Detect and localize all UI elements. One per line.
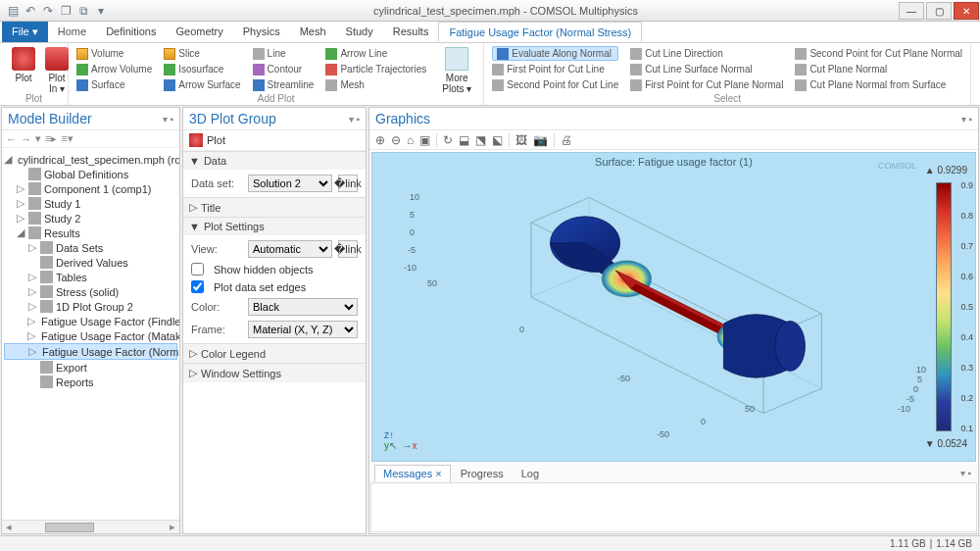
tree-node[interactable]: Derived Values	[4, 255, 177, 270]
tree-node[interactable]: ▷Component 1 (comp1)	[4, 181, 177, 196]
show-hidden-checkbox[interactable]	[191, 263, 204, 276]
model-tree[interactable]: ◢cylindrical_test_specimen.mph (root) Gl…	[2, 148, 179, 520]
tab-geometry[interactable]: Geometry	[166, 22, 232, 42]
print-icon[interactable]: 🖨	[561, 133, 572, 147]
tree-node[interactable]: ▷Tables	[4, 270, 177, 284]
cut-line-direction[interactable]: Cut Line Direction	[630, 46, 783, 61]
goto-view-icon[interactable]: �link	[338, 240, 358, 258]
zoom-extents-icon[interactable]: ⌂	[407, 133, 414, 147]
dataset-select[interactable]: Solution 2	[248, 175, 332, 192]
tree-node[interactable]: Reports	[4, 375, 177, 389]
goto-dataset-icon[interactable]: �link	[338, 175, 358, 192]
view-xy-icon[interactable]: ⬓	[459, 133, 469, 147]
view-select[interactable]: Automatic	[248, 240, 332, 258]
panel-menu-icon[interactable]: ▾ ▪	[163, 114, 173, 125]
tab-study[interactable]: Study	[336, 22, 383, 42]
cut-plane-normal[interactable]: Cut Plane Normal	[795, 62, 962, 76]
chevron-down-icon[interactable]: ▾	[94, 4, 108, 18]
tree-node[interactable]: Global Definitions	[4, 167, 177, 181]
add-volume[interactable]: Volume	[76, 46, 152, 61]
close-button[interactable]: ✕	[954, 2, 979, 20]
tab-results[interactable]: Results	[383, 22, 439, 42]
add-slice[interactable]: Slice	[164, 46, 240, 61]
view-xz-icon[interactable]: ⬕	[492, 133, 503, 147]
tree-node[interactable]: ◢Results	[4, 225, 177, 240]
nav-fwd-icon[interactable]: →	[21, 133, 31, 145]
messages-body[interactable]	[370, 483, 977, 532]
nav-back-icon[interactable]: ←	[6, 133, 17, 145]
add-streamline[interactable]: Streamline	[253, 77, 315, 92]
maximize-button[interactable]: ▢	[926, 2, 952, 20]
tree-node[interactable]: ▷Fatigue Usage Factor (Findley)	[4, 314, 177, 328]
tree-hscroll[interactable]: ◂▸	[2, 520, 179, 533]
frame-select[interactable]: Material (X, Y, Z)	[248, 321, 358, 338]
tree-more-icon[interactable]: ≡▾	[61, 132, 73, 145]
tab-messages[interactable]: Messages ×	[374, 465, 451, 482]
tree-node[interactable]: ▷Data Sets	[4, 240, 177, 255]
first-point-cut-line[interactable]: First Point for Cut Line	[492, 62, 618, 76]
rotate-icon[interactable]: ↻	[443, 133, 453, 147]
add-line[interactable]: Line	[253, 46, 315, 61]
view-yz-icon[interactable]: ⬔	[475, 133, 486, 147]
panel-menu-icon[interactable]: ▾ ▪	[960, 468, 977, 478]
zoom-out-icon[interactable]: ⊖	[391, 133, 401, 147]
minimize-button[interactable]: —	[899, 2, 924, 20]
add-particle-traj[interactable]: Particle Trajectories	[325, 62, 426, 76]
second-point-cut-plane-normal[interactable]: Second Point for Cut Plane Normal	[795, 46, 962, 61]
plot-action[interactable]: Plot	[207, 134, 225, 146]
paste-icon[interactable]: ⧉	[76, 4, 90, 18]
cut-line-surface-normal[interactable]: Cut Line Surface Normal	[630, 62, 783, 76]
tree-node[interactable]: Export	[4, 360, 177, 375]
more-plots-button[interactable]: More Plots ▾	[438, 45, 475, 96]
redo-icon[interactable]: ↷	[41, 4, 55, 18]
collapse-icon[interactable]: ≡▸	[45, 132, 57, 145]
expand-icon[interactable]: ▾	[35, 132, 41, 145]
tab-definitions[interactable]: Definitions	[96, 22, 166, 42]
add-arrow-surface[interactable]: Arrow Surface	[164, 77, 240, 92]
tree-node[interactable]: ▷1D Plot Group 2	[4, 299, 177, 314]
zoom-box-icon[interactable]: ▣	[419, 133, 430, 147]
zoom-in-icon[interactable]: ⊕	[375, 133, 385, 147]
color-select[interactable]: Black	[248, 298, 358, 316]
tab-home[interactable]: Home	[48, 22, 96, 42]
file-menu[interactable]: File ▾	[2, 22, 48, 42]
second-point-cut-line[interactable]: Second Point for Cut Line	[492, 77, 618, 92]
save-icon[interactable]: ▤	[6, 4, 20, 18]
add-mesh[interactable]: Mesh	[325, 77, 426, 92]
close-tab-icon[interactable]: ×	[435, 468, 441, 479]
tab-physics[interactable]: Physics	[233, 22, 290, 42]
add-isosurface[interactable]: Isosurface	[164, 62, 240, 76]
tab-contextual[interactable]: Fatigue Usage Factor (Normal Stress)	[438, 22, 642, 42]
add-contour[interactable]: Contour	[253, 62, 315, 76]
cut-plane-normal-from-surface[interactable]: Cut Plane Normal from Surface	[795, 77, 962, 92]
colorbar-min: ▼ 0.0524	[925, 438, 967, 449]
tree-node[interactable]: ▷Stress (solid)	[4, 284, 177, 299]
first-point-cut-plane-normal[interactable]: First Point for Cut Plane Normal	[630, 77, 783, 92]
section-plot-settings[interactable]: ▼Plot Settings	[183, 218, 366, 235]
add-arrow-volume[interactable]: Arrow Volume	[76, 62, 152, 76]
tree-node[interactable]: ▷Study 1	[4, 196, 177, 211]
panel-menu-icon[interactable]: ▾ ▪	[961, 114, 972, 125]
section-window-settings[interactable]: ▷Window Settings	[183, 364, 366, 382]
evaluate-along-normal[interactable]: Evaluate Along Normal	[492, 46, 618, 61]
tree-node[interactable]: ▷Fatigue Usage Factor (Matake)	[4, 328, 177, 343]
add-surface[interactable]: Surface	[76, 77, 152, 92]
tree-node[interactable]: ▷Study 2	[4, 211, 177, 225]
tab-mesh[interactable]: Mesh	[290, 22, 336, 42]
snapshot-icon[interactable]: 🖼	[515, 133, 527, 147]
copy-icon[interactable]: ❐	[59, 4, 73, 18]
tab-log[interactable]: Log	[514, 466, 547, 481]
panel-menu-icon[interactable]: ▾ ▪	[349, 114, 360, 125]
add-arrow-line[interactable]: Arrow Line	[325, 46, 426, 61]
tree-node[interactable]: ▷Fatigue Usage Factor (Normal Stress)	[4, 343, 177, 360]
camera-icon[interactable]: 📷	[533, 133, 548, 147]
section-data[interactable]: ▼Data	[183, 152, 366, 170]
plot-edges-checkbox[interactable]	[191, 280, 204, 293]
section-title[interactable]: ▷Title	[183, 198, 366, 217]
plot-button[interactable]: Plot	[8, 45, 39, 96]
section-color-legend[interactable]: ▷Color Legend	[183, 344, 366, 363]
graphics-viewport[interactable]: Surface: Fatigue usage factor (1) COMSOL	[371, 152, 976, 462]
tab-progress[interactable]: Progress	[453, 466, 512, 481]
tree-root[interactable]: cylindrical_test_specimen.mph (root)	[18, 154, 179, 166]
undo-icon[interactable]: ↶	[24, 4, 37, 18]
